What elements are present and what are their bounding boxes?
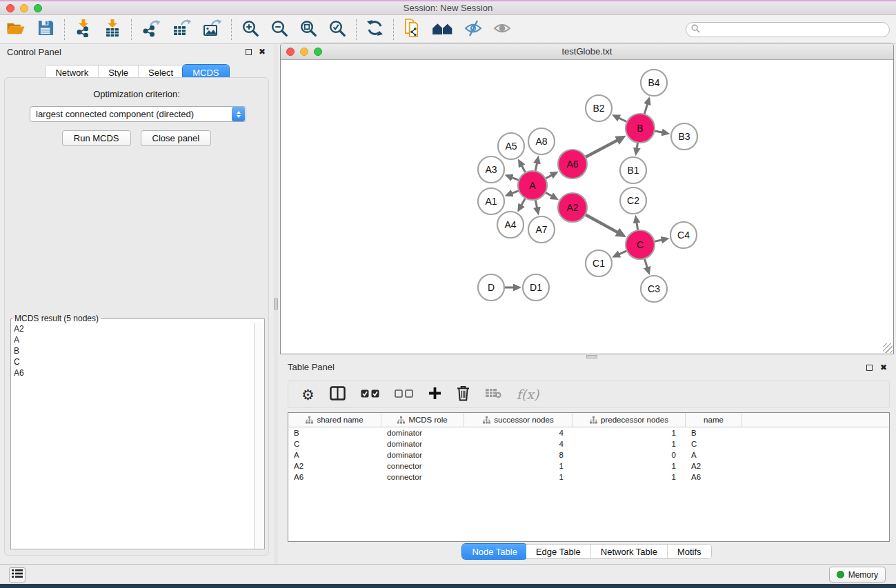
edge-A2-C[interactable] [584,214,619,232]
mcds-result-item[interactable]: C [11,356,254,367]
cell-successor-nodes[interactable]: 1 [464,473,573,481]
cell-mcds-role[interactable]: connector [381,462,464,470]
zoom-in-button[interactable] [236,17,265,42]
cell-shared-name[interactable]: A2 [288,462,381,470]
cell-mcds-role[interactable]: dominator [381,451,464,459]
hide-graphics-details-button[interactable] [459,17,488,42]
refresh-button[interactable] [361,17,389,42]
table-row[interactable]: A6connector11A6 [288,472,889,483]
tab-network-table[interactable]: Network Table [591,545,668,558]
cell-successor-nodes[interactable]: 4 [464,440,573,448]
toolbar-separator [393,19,394,40]
cell-successor-nodes[interactable]: 4 [464,429,573,437]
mcds-result-list[interactable]: A2ABCA6 [11,323,254,549]
float-table-panel-icon[interactable] [866,365,873,371]
cell-mcds-role[interactable]: connector [381,473,464,481]
table-row[interactable]: Cdominator41C [288,438,889,449]
search-input[interactable] [703,25,875,34]
search-field[interactable] [686,22,890,37]
select-all-button[interactable] [353,382,387,407]
cell-mcds-role[interactable]: dominator [381,429,464,437]
settings-gear-icon: ⚙ [301,387,315,402]
tab-edge-table[interactable]: Edge Table [526,545,591,558]
function-builder-button[interactable]: f(x) [509,382,547,407]
close-panel-button[interactable]: Close panel [141,130,212,146]
node-label-A4: A4 [504,219,516,230]
cell-predecessor-nodes[interactable]: 0 [573,451,686,459]
cell-name[interactable]: C [686,440,742,448]
cell-predecessor-nodes[interactable]: 1 [573,429,686,437]
close-panel-icon[interactable]: ✖ [259,48,266,55]
open-session-button[interactable] [0,17,32,42]
mcds-result-item[interactable]: A6 [11,367,254,378]
column-header-name[interactable]: name [686,413,742,427]
zoom-out-button[interactable] [265,17,294,42]
network-canvas[interactable]: B4B2BB3A8A5A6A3B1AA1C2A2A4A7C4CC1DD1C3 [281,61,893,354]
tab-node-table[interactable]: Node Table [462,544,527,559]
delete-table-button[interactable] [477,382,509,407]
network-overview-button[interactable] [426,17,459,42]
zoom-fit-button[interactable] [294,17,323,42]
column-layout-button[interactable] [322,382,353,407]
zoom-selected-button[interactable] [323,17,352,42]
horizontal-splitter-handle[interactable] [586,355,597,358]
column-header-mcds-role[interactable]: MCDS role [381,413,464,427]
toolbar-separator [231,19,232,40]
deselect-all-checkboxes-icon [395,388,413,401]
toolbar-separator [356,19,357,40]
mcds-result-item[interactable]: A2 [11,323,254,334]
table-panel: Table Panel ✖ ⚙ f(x) shared nameMCDS [278,359,896,564]
mcds-result-item[interactable]: A [11,334,254,345]
node-label-B2: B2 [593,103,604,114]
delete-column-button[interactable] [449,382,477,407]
cell-name[interactable]: A6 [686,473,742,481]
mcds-result-item[interactable]: B [11,345,254,356]
cell-shared-name[interactable]: A [288,451,381,459]
save-session-button[interactable] [32,17,60,42]
edge-A6-B[interactable] [584,140,618,158]
memory-button[interactable]: Memory [829,567,886,582]
cell-mcds-role[interactable]: dominator [381,440,464,448]
tab-motifs[interactable]: Motifs [668,545,711,558]
export-table-button[interactable] [166,17,197,42]
network-window-titlebar[interactable]: testGlobe.txt [281,43,893,60]
import-network-button[interactable] [69,17,98,42]
deselect-all-button[interactable] [387,382,421,407]
export-image-button[interactable] [197,17,227,42]
cell-name[interactable]: A2 [686,462,742,470]
close-table-panel-icon[interactable]: ✖ [880,364,887,371]
titlebar[interactable]: Session: New Session [0,1,896,15]
mcds-result-scrollbar[interactable] [254,323,264,549]
cell-shared-name[interactable]: B [288,429,381,437]
column-header-shared-name[interactable]: shared name [288,413,381,427]
table-settings-button[interactable]: ⚙ [294,382,322,407]
window-resize-grip[interactable] [883,343,893,353]
cell-successor-nodes[interactable]: 8 [464,451,573,459]
add-column-button[interactable] [421,382,449,407]
table-row[interactable]: A2connector11A2 [288,460,889,472]
cell-name[interactable]: B [686,429,742,437]
cell-predecessor-nodes[interactable]: 1 [573,462,686,470]
clone-network-button[interactable] [398,17,426,42]
cell-shared-name[interactable]: A6 [288,473,381,481]
open-session-icon [6,19,26,39]
column-header-label: successor nodes [494,416,553,424]
column-header-predecessor-nodes[interactable]: predecessor nodes [573,413,686,427]
cell-predecessor-nodes[interactable]: 1 [573,473,686,481]
table-row[interactable]: Bdominator41B [288,427,889,438]
node-label-D1: D1 [530,282,542,293]
cell-name[interactable]: A [686,451,742,459]
show-graphics-details-button[interactable] [488,17,517,42]
float-panel-icon[interactable] [246,49,252,55]
column-header-successor-nodes[interactable]: successor nodes [464,413,573,427]
cell-successor-nodes[interactable]: 1 [464,462,573,470]
task-history-button[interactable] [9,567,26,582]
cell-predecessor-nodes[interactable]: 1 [573,440,686,448]
cell-shared-name[interactable]: C [288,440,381,448]
horizontal-splitter[interactable] [278,354,896,359]
export-network-button[interactable] [136,17,166,42]
run-mcds-button[interactable]: Run MCDS [62,130,131,146]
criterion-dropdown[interactable]: largest connected component (directed) [30,106,246,122]
import-table-button[interactable] [98,17,127,42]
table-row[interactable]: Adominator80A [288,449,889,460]
